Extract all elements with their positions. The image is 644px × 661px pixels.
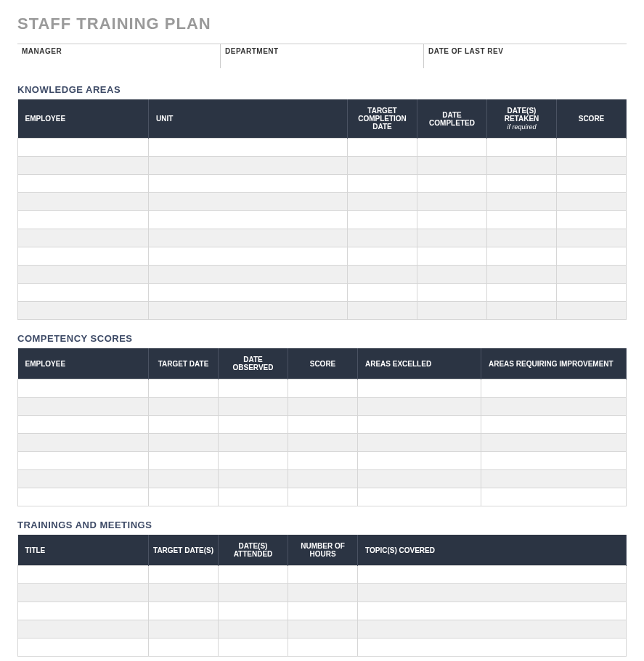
cell-unit[interactable] bbox=[149, 193, 348, 211]
cell-improvement[interactable] bbox=[481, 452, 627, 470]
cell-date-observed[interactable] bbox=[219, 452, 288, 470]
cell-unit[interactable] bbox=[149, 284, 348, 302]
cell-excelled[interactable] bbox=[358, 379, 481, 398]
cell-score[interactable] bbox=[557, 139, 627, 157]
cell-score[interactable] bbox=[557, 157, 627, 175]
cell-hours[interactable] bbox=[288, 584, 358, 602]
cell-attended[interactable] bbox=[219, 584, 288, 602]
cell-date-completed[interactable] bbox=[417, 284, 487, 302]
cell-unit[interactable] bbox=[149, 302, 348, 320]
cell-improvement[interactable] bbox=[481, 379, 627, 398]
cell-retaken[interactable] bbox=[487, 284, 557, 302]
cell-unit[interactable] bbox=[149, 266, 348, 284]
cell-topics[interactable] bbox=[358, 639, 627, 657]
cell-target-date[interactable] bbox=[149, 379, 219, 398]
cell-date-completed[interactable] bbox=[417, 175, 487, 193]
cell-target-date[interactable] bbox=[149, 434, 219, 452]
cell-attended[interactable] bbox=[219, 602, 288, 620]
cell-retaken[interactable] bbox=[487, 193, 557, 211]
cell-retaken[interactable] bbox=[487, 302, 557, 320]
cell-score[interactable] bbox=[288, 416, 358, 434]
cell-excelled[interactable] bbox=[358, 416, 481, 434]
cell-date-observed[interactable] bbox=[219, 398, 288, 416]
cell-target-dates[interactable] bbox=[149, 602, 219, 620]
cell-retaken[interactable] bbox=[487, 175, 557, 193]
cell-attended[interactable] bbox=[219, 620, 288, 639]
cell-employee[interactable] bbox=[18, 284, 149, 302]
cell-improvement[interactable] bbox=[481, 416, 627, 434]
meta-date-rev[interactable]: DATE OF LAST REV bbox=[424, 44, 627, 68]
cell-target-date[interactable] bbox=[149, 416, 219, 434]
cell-target[interactable] bbox=[348, 266, 417, 284]
cell-topics[interactable] bbox=[358, 584, 627, 602]
cell-hours[interactable] bbox=[288, 620, 358, 639]
cell-score[interactable] bbox=[288, 379, 358, 398]
cell-date-completed[interactable] bbox=[417, 302, 487, 320]
cell-topics[interactable] bbox=[358, 620, 627, 639]
cell-employee[interactable] bbox=[18, 416, 149, 434]
cell-employee[interactable] bbox=[18, 211, 149, 229]
cell-improvement[interactable] bbox=[481, 470, 627, 488]
cell-improvement[interactable] bbox=[481, 488, 627, 506]
cell-employee[interactable] bbox=[18, 488, 149, 506]
cell-target[interactable] bbox=[348, 139, 417, 157]
cell-title[interactable] bbox=[18, 584, 149, 602]
cell-target[interactable] bbox=[348, 247, 417, 266]
cell-hours[interactable] bbox=[288, 639, 358, 657]
cell-unit[interactable] bbox=[149, 157, 348, 175]
cell-topics[interactable] bbox=[358, 566, 627, 584]
cell-score[interactable] bbox=[288, 398, 358, 416]
cell-unit[interactable] bbox=[149, 247, 348, 266]
cell-date-observed[interactable] bbox=[219, 416, 288, 434]
cell-date-completed[interactable] bbox=[417, 211, 487, 229]
cell-target-date[interactable] bbox=[149, 470, 219, 488]
cell-date-completed[interactable] bbox=[417, 157, 487, 175]
cell-title[interactable] bbox=[18, 620, 149, 639]
cell-target[interactable] bbox=[348, 157, 417, 175]
cell-employee[interactable] bbox=[18, 379, 149, 398]
cell-score[interactable] bbox=[557, 175, 627, 193]
cell-target[interactable] bbox=[348, 211, 417, 229]
cell-target-date[interactable] bbox=[149, 398, 219, 416]
cell-target-dates[interactable] bbox=[149, 566, 219, 584]
cell-date-completed[interactable] bbox=[417, 266, 487, 284]
cell-retaken[interactable] bbox=[487, 247, 557, 266]
cell-employee[interactable] bbox=[18, 398, 149, 416]
cell-score[interactable] bbox=[557, 193, 627, 211]
cell-improvement[interactable] bbox=[481, 398, 627, 416]
cell-date-completed[interactable] bbox=[417, 229, 487, 247]
cell-employee[interactable] bbox=[18, 175, 149, 193]
cell-employee[interactable] bbox=[18, 470, 149, 488]
cell-excelled[interactable] bbox=[358, 470, 481, 488]
cell-retaken[interactable] bbox=[487, 157, 557, 175]
cell-score[interactable] bbox=[288, 452, 358, 470]
cell-unit[interactable] bbox=[149, 175, 348, 193]
cell-target-dates[interactable] bbox=[149, 584, 219, 602]
cell-title[interactable] bbox=[18, 602, 149, 620]
cell-target[interactable] bbox=[348, 175, 417, 193]
cell-score[interactable] bbox=[557, 229, 627, 247]
cell-retaken[interactable] bbox=[487, 211, 557, 229]
cell-unit[interactable] bbox=[149, 139, 348, 157]
cell-excelled[interactable] bbox=[358, 488, 481, 506]
cell-employee[interactable] bbox=[18, 229, 149, 247]
cell-employee[interactable] bbox=[18, 452, 149, 470]
cell-date-completed[interactable] bbox=[417, 139, 487, 157]
cell-score[interactable] bbox=[557, 211, 627, 229]
cell-excelled[interactable] bbox=[358, 398, 481, 416]
cell-attended[interactable] bbox=[219, 639, 288, 657]
cell-employee[interactable] bbox=[18, 139, 149, 157]
cell-target[interactable] bbox=[348, 302, 417, 320]
cell-title[interactable] bbox=[18, 639, 149, 657]
cell-excelled[interactable] bbox=[358, 434, 481, 452]
cell-date-observed[interactable] bbox=[219, 379, 288, 398]
cell-retaken[interactable] bbox=[487, 266, 557, 284]
cell-attended[interactable] bbox=[219, 566, 288, 584]
cell-title[interactable] bbox=[18, 566, 149, 584]
cell-employee[interactable] bbox=[18, 157, 149, 175]
cell-date-observed[interactable] bbox=[219, 470, 288, 488]
cell-employee[interactable] bbox=[18, 247, 149, 266]
cell-unit[interactable] bbox=[149, 229, 348, 247]
cell-score[interactable] bbox=[288, 488, 358, 506]
cell-topics[interactable] bbox=[358, 602, 627, 620]
